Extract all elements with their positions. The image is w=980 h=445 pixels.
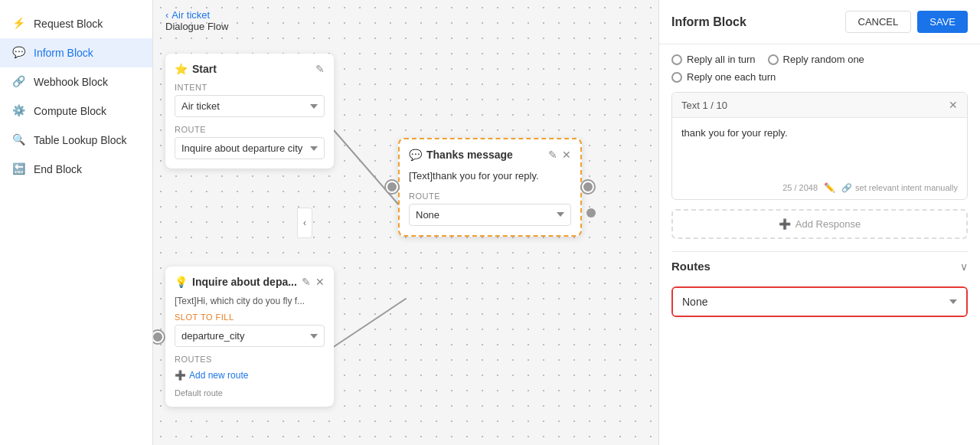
start-intent-select[interactable]: Air ticket (175, 95, 325, 117)
reply-random-radio[interactable] (768, 54, 779, 65)
panel-title: Inform Block (671, 15, 746, 29)
thanks-node-title: 💬 Thanks message (409, 149, 513, 161)
text-card-content: thank you for your reply. (681, 127, 788, 139)
char-count: 25 / 2048 (782, 183, 818, 192)
svg-line-0 (334, 130, 406, 213)
compute-icon: ⚙️ (12, 104, 26, 118)
start-node-actions: ✎ (315, 63, 325, 75)
cancel-button[interactable]: CANCEL (845, 11, 912, 33)
routes-title: Routes (671, 260, 710, 273)
text-response-card: Text 1 / 10 ✕ thank you for your reply. … (671, 92, 968, 200)
canvas-header: ‹ Air ticket Dialogue Flow (165, 9, 228, 32)
start-icon: ⭐ (175, 63, 188, 75)
sidebar-item-compute-label: Compute Block (34, 105, 106, 117)
inquire-node-title: 💡 Inquire about depa... (175, 276, 297, 288)
request-icon: ⚡ (12, 17, 26, 31)
reply-all-option[interactable]: Reply all in turn (671, 54, 756, 65)
end-icon: 🔚 (12, 162, 26, 176)
inquire-left-connector (153, 331, 164, 343)
sidebar-item-table-lookup[interactable]: 🔍 Table Lookup Block (0, 126, 152, 155)
save-button[interactable]: SAVE (917, 11, 968, 33)
text-card-close-icon[interactable]: ✕ (949, 99, 958, 111)
inquire-close-icon[interactable]: ✕ (315, 276, 325, 288)
sidebar-item-request[interactable]: ⚡ Request Block (0, 9, 152, 38)
thanks-close-icon[interactable]: ✕ (562, 149, 571, 161)
sidebar-item-inform[interactable]: 💬 Inform Block (0, 38, 152, 67)
routes-section: Routes ∨ None (671, 251, 968, 317)
routes-header[interactable]: Routes ∨ (671, 251, 968, 280)
intent-icon: 🔗 (841, 183, 852, 193)
panel-header: Inform Block CANCEL SAVE (659, 0, 980, 44)
table-icon: 🔍 (12, 133, 26, 147)
sidebar-item-end[interactable]: 🔚 End Block (0, 155, 152, 184)
sidebar-item-inform-label: Inform Block (34, 47, 93, 59)
start-edit-icon[interactable]: ✎ (315, 63, 325, 75)
panel-actions: CANCEL SAVE (845, 11, 968, 33)
reply-options-row2: Reply one each turn (671, 71, 968, 83)
route-select[interactable]: None (673, 288, 966, 316)
reply-each-radio[interactable] (671, 72, 682, 83)
inquire-slot-select[interactable]: departure_city (175, 325, 325, 347)
back-arrow-icon: ‹ (165, 9, 168, 21)
sidebar-item-request-label: Request Block (34, 18, 103, 30)
thanks-left-connector (386, 181, 398, 193)
sidebar-item-webhook[interactable]: 🔗 Webhook Block (0, 67, 152, 97)
thanks-right-connector (582, 181, 594, 193)
routes-chevron-icon: ∨ (960, 260, 968, 273)
right-panel: Inform Block CANCEL SAVE Reply all in tu… (658, 0, 980, 445)
text-card-footer: 25 / 2048 ✏️ 🔗 set relevant intent manua… (672, 179, 967, 199)
inform-icon: 💬 (12, 46, 26, 60)
inquire-node: 💡 Inquire about depa... ✎ ✕ [Text]Hi, wh… (165, 267, 334, 407)
thanks-route-select[interactable]: None (409, 204, 571, 226)
canvas-area: ‹ ‹ Air ticket Dialogue Flow ⭐ Start (153, 0, 658, 445)
add-response-plus-icon: ➕ (779, 218, 791, 230)
thanks-node: 💬 Thanks message ✎ ✕ [Text]thank you for… (398, 138, 582, 237)
thanks-node-actions: ✎ ✕ (548, 149, 571, 161)
edit-pen-icon[interactable]: ✏️ (824, 182, 835, 193)
sidebar: ⚡ Request Block 💬 Inform Block 🔗 Webhook… (0, 0, 153, 445)
sidebar-item-compute[interactable]: ⚙️ Compute Block (0, 97, 152, 126)
breadcrumb-current: Dialogue Flow (165, 21, 228, 32)
text-card-header: Text 1 / 10 ✕ (672, 93, 967, 118)
reply-all-radio[interactable] (671, 54, 682, 65)
sidebar-item-webhook-label: Webhook Block (34, 76, 108, 88)
reply-each-option[interactable]: Reply one each turn (671, 71, 776, 83)
sidebar-item-table-label: Table Lookup Block (34, 134, 126, 146)
start-node: ⭐ Start ✎ Intent Air ticket Route Inquir… (165, 54, 334, 169)
inquire-edit-icon[interactable]: ✎ (302, 276, 311, 288)
start-route-select[interactable]: Inquire about departure city (175, 137, 325, 159)
text-card-title: Text 1 / 10 (681, 100, 727, 111)
start-node-title: ⭐ Start (175, 63, 217, 75)
intent-link[interactable]: 🔗 set relevant intent manually (841, 183, 958, 193)
route-select-wrapper: None (671, 286, 968, 317)
reply-random-option[interactable]: Reply random one (768, 54, 864, 65)
reply-options-row1: Reply all in turn Reply random one (671, 54, 968, 65)
inquire-node-actions: ✎ ✕ (302, 276, 325, 288)
webhook-icon: 🔗 (12, 75, 26, 89)
sidebar-collapse-btn[interactable]: ‹ (297, 208, 312, 238)
add-route-plus-icon: ➕ (175, 370, 186, 381)
panel-body: Reply all in turn Reply random one Reply… (659, 44, 980, 445)
breadcrumb-parent-link[interactable]: ‹ Air ticket (165, 9, 228, 21)
inquire-icon: 💡 (175, 276, 188, 288)
thanks-msg-icon: 💬 (409, 149, 422, 161)
svg-point-2 (586, 208, 596, 218)
sidebar-item-end-label: End Block (34, 163, 82, 175)
thanks-edit-icon[interactable]: ✎ (548, 149, 557, 161)
add-route-btn[interactable]: ➕ Add new route (175, 367, 325, 384)
text-card-body[interactable]: thank you for your reply. (672, 118, 967, 179)
add-response-btn[interactable]: ➕ Add Response (671, 209, 968, 239)
